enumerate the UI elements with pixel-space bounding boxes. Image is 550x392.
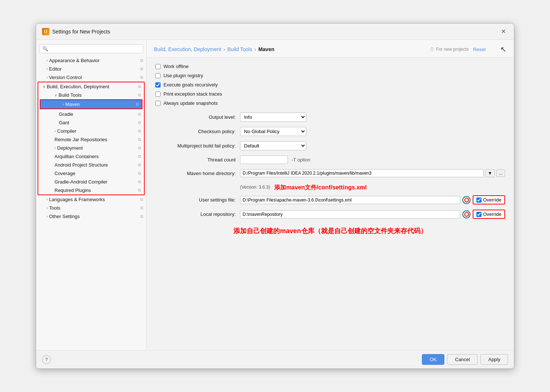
work-offline-row: Work offline xyxy=(155,64,505,69)
sidebar-item-gant[interactable]: Gant ⧉ xyxy=(38,118,144,127)
user-settings-label: User settings file: xyxy=(155,197,240,203)
multiproject-select[interactable]: Default At End Never xyxy=(240,141,306,150)
close-button[interactable]: ✕ xyxy=(499,27,508,36)
user-settings-override-checkbox[interactable] xyxy=(476,197,482,203)
thread-count-control: -T option xyxy=(240,156,505,164)
user-settings-input[interactable] xyxy=(240,196,460,204)
sidebar-item-maven[interactable]: › Maven ⧉ xyxy=(40,100,142,108)
breadcrumb-part2[interactable]: Build Tools xyxy=(228,46,252,52)
sidebar-item-build-exec[interactable]: ∨ Build, Execution, Deployment ⧉ xyxy=(38,82,144,91)
maven-home-dropdown-button[interactable]: ▼ xyxy=(485,169,495,177)
maven-home-browse-button[interactable]: ... xyxy=(496,170,505,177)
sidebar-item-label: Coverage xyxy=(54,171,75,176)
sidebar-item-languages[interactable]: › Languages & Frameworks ⧉ xyxy=(36,195,146,204)
copy-icon: ⧉ xyxy=(138,163,141,167)
search-input[interactable] xyxy=(50,46,140,51)
sidebar-item-version-control[interactable]: › Version Control ⧉ xyxy=(36,73,146,82)
reset-button[interactable]: Reset xyxy=(473,47,486,52)
local-repo-override-label: Override xyxy=(483,211,501,217)
copy-icon: ⧉ xyxy=(140,75,143,80)
maven-home-input[interactable] xyxy=(240,169,484,177)
sidebar-item-tools[interactable]: › Tools ⧉ xyxy=(36,204,146,212)
settings-dialog: IJ Settings for New Projects ✕ 🔍 › Appea… xyxy=(36,23,514,369)
checksum-policy-row: Checksum policy: No Global Policy Strict… xyxy=(155,127,505,136)
ok-button[interactable]: OK xyxy=(422,354,444,365)
apply-button[interactable]: Apply xyxy=(480,354,508,365)
local-repo-input[interactable] xyxy=(240,210,460,218)
copy-icon: ⧉ xyxy=(138,171,141,176)
breadcrumb-sep2: › xyxy=(254,46,256,52)
sidebar-item-gradle-android[interactable]: Gradle-Android Compiler ⧉ xyxy=(38,178,144,186)
sidebar-item-deployment[interactable]: › Deployment ⧉ xyxy=(38,144,144,152)
copy-icon: ⧉ xyxy=(138,154,141,159)
sidebar-item-other-settings[interactable]: › Other Settings ⧉ xyxy=(36,212,146,221)
copy-icon: ⧉ xyxy=(138,188,141,193)
work-offline-checkbox[interactable] xyxy=(155,64,161,69)
breadcrumb: Build, Execution, Deployment › Build Too… xyxy=(147,40,514,58)
always-update-checkbox[interactable] xyxy=(155,101,161,106)
user-settings-override-group: Override xyxy=(473,195,505,204)
sidebar-item-label: Languages & Frameworks xyxy=(49,197,105,202)
execute-goals-checkbox[interactable] xyxy=(155,82,161,88)
sidebar-item-gradle[interactable]: Gradle ⧉ xyxy=(38,110,144,118)
checksum-policy-select[interactable]: No Global Policy Strict Lax xyxy=(240,127,306,136)
use-plugin-registry-checkbox[interactable] xyxy=(155,73,161,78)
always-update-row: Always update snapshots xyxy=(155,100,505,106)
help-button[interactable]: ? xyxy=(42,355,51,364)
annotation2: 添加自己创建的maven仓库（就是自己创建的空文件夹来存代码） xyxy=(155,226,505,236)
chevron-right-icon: › xyxy=(46,214,47,218)
search-box[interactable]: 🔍 xyxy=(39,44,143,53)
multiproject-control: Default At End Never xyxy=(240,141,505,150)
sidebar-item-arquillian[interactable]: Arquillian Containers ⧉ xyxy=(38,152,144,161)
chevron-right-icon: › xyxy=(63,102,64,106)
thread-count-label: Thread count xyxy=(155,157,240,163)
sidebar-item-label: Gradle xyxy=(59,111,73,117)
local-repo-browse-button[interactable]: ⭕ xyxy=(462,210,470,218)
sidebar-item-label: Remote Jar Repositories xyxy=(54,137,107,142)
output-level-select[interactable]: Info Debug Warn Error xyxy=(240,113,306,122)
maven-home-label: Maven home directory: xyxy=(155,171,240,176)
sidebar-item-compiler[interactable]: › Compiler ⧉ xyxy=(38,127,144,135)
print-exception-label: Print exception stack traces xyxy=(163,91,222,97)
cancel-button[interactable]: Cancel xyxy=(447,354,477,365)
always-update-label: Always update snapshots xyxy=(163,100,218,106)
sidebar-item-label: Android Project Structure xyxy=(54,162,108,168)
copy-icon: ⧉ xyxy=(138,112,141,117)
local-repo-override-checkbox[interactable] xyxy=(476,212,482,217)
sidebar-item-label: Appearance & Behavior xyxy=(49,58,99,63)
chevron-down-icon: ∨ xyxy=(54,93,57,97)
use-plugin-registry-row: Use plugin registry xyxy=(155,73,505,78)
sidebar-item-android-structure[interactable]: Android Project Structure ⧉ xyxy=(38,161,144,169)
chevron-right-icon: › xyxy=(46,206,47,210)
chevron-right-icon: › xyxy=(46,67,47,71)
use-plugin-label: Use plugin registry xyxy=(163,73,203,78)
sidebar: 🔍 › Appearance & Behavior ⧉ › Editor ⧉ ›… xyxy=(36,40,147,350)
sidebar-item-coverage[interactable]: Coverage ⧉ xyxy=(38,169,144,178)
checksum-policy-control: No Global Policy Strict Lax xyxy=(240,127,505,136)
local-repo-override-group: Override xyxy=(473,210,505,219)
sidebar-item-editor[interactable]: › Editor ⧉ xyxy=(36,65,146,73)
thread-count-input[interactable] xyxy=(240,156,288,164)
copy-icon: ⧉ xyxy=(136,102,139,107)
chevron-right-icon: › xyxy=(46,197,47,202)
user-settings-browse-button[interactable]: ⭕ xyxy=(462,196,470,204)
copy-icon: ⧉ xyxy=(138,120,141,125)
chevron-right-icon: › xyxy=(46,58,47,63)
content-area: 🔍 › Appearance & Behavior ⧉ › Editor ⧉ ›… xyxy=(36,40,514,350)
execute-goals-label: Execute goals recursively xyxy=(163,82,218,88)
breadcrumb-sep1: › xyxy=(223,46,225,52)
main-panel: Build, Execution, Deployment › Build Too… xyxy=(147,40,514,350)
sidebar-item-label: Build Tools xyxy=(59,92,82,98)
page-icon: 🗒 xyxy=(430,47,434,52)
search-icon: 🔍 xyxy=(42,46,48,51)
sidebar-item-required-plugins[interactable]: Required Plugins ⧉ xyxy=(38,186,144,195)
print-exception-checkbox[interactable] xyxy=(155,92,161,97)
sidebar-item-build-tools[interactable]: ∨ Build Tools ⧉ xyxy=(38,91,144,99)
sidebar-item-appearance[interactable]: › Appearance & Behavior ⧉ xyxy=(36,56,146,65)
user-settings-row: User settings file: ⭕ Override xyxy=(155,195,505,204)
chevron-right-icon: › xyxy=(54,129,56,133)
work-offline-label: Work offline xyxy=(163,64,188,69)
sidebar-item-remote-jar[interactable]: Remote Jar Repositories ⧉ xyxy=(38,135,144,144)
multiproject-row: Multiproject build fail policy: Default … xyxy=(155,141,505,150)
breadcrumb-part1[interactable]: Build, Execution, Deployment xyxy=(154,46,221,52)
